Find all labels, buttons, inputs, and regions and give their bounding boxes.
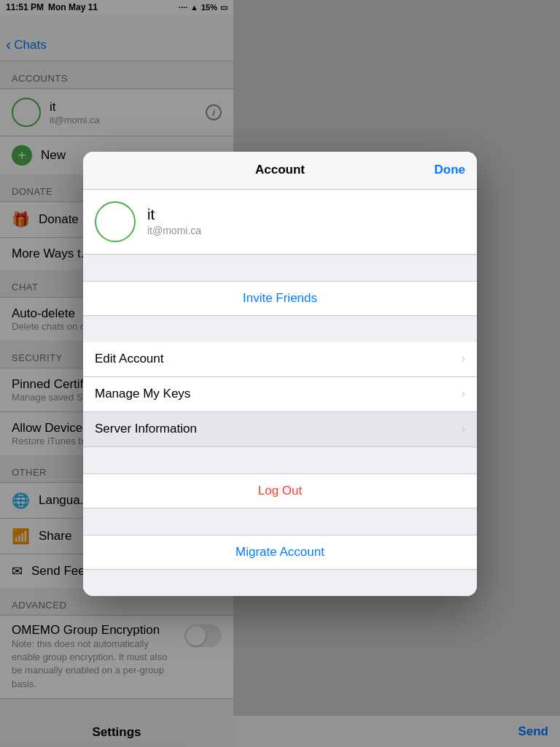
invite-friends-row[interactable]: Invite Friends	[83, 281, 477, 316]
manage-keys-label: Manage My Keys	[95, 387, 462, 401]
modal-spacer-2	[83, 316, 477, 342]
server-info-chevron-icon: ›	[462, 422, 465, 436]
migrate-account-row[interactable]: Migrate Account	[83, 535, 477, 570]
done-button[interactable]: Done	[435, 163, 466, 177]
modal-account-details: it it@momi.ca	[147, 206, 201, 236]
edit-account-label: Edit Account	[95, 352, 462, 366]
manage-keys-chevron-icon: ›	[462, 387, 465, 400]
modal-account-email: it@momi.ca	[147, 225, 201, 236]
account-modal: Account Done it it@momi.ca Invite Friend…	[83, 152, 477, 596]
modal-title: Account	[255, 163, 305, 177]
modal-avatar	[95, 201, 136, 242]
manage-keys-row[interactable]: Manage My Keys ›	[83, 377, 477, 412]
edit-account-chevron-icon: ›	[462, 352, 465, 365]
edit-account-row[interactable]: Edit Account ›	[83, 342, 477, 377]
server-info-row[interactable]: Server Information ›	[83, 412, 477, 447]
modal-header: Account Done	[83, 152, 477, 190]
invite-friends-link[interactable]: Invite Friends	[243, 291, 317, 306]
modal-spacer-3	[83, 447, 477, 473]
modal-profile-section: it it@momi.ca	[83, 190, 477, 255]
modal-bottom-spacer	[83, 570, 477, 596]
log-out-row[interactable]: Log Out	[83, 473, 477, 508]
server-info-label: Server Information	[95, 422, 462, 436]
modal-overlay: Account Done it it@momi.ca Invite Friend…	[0, 0, 560, 747]
log-out-link[interactable]: Log Out	[258, 484, 303, 498]
modal-spacer-1	[83, 255, 477, 281]
modal-spacer-4	[83, 508, 477, 535]
modal-account-name: it	[147, 206, 201, 223]
migrate-account-link[interactable]: Migrate Account	[236, 545, 324, 560]
